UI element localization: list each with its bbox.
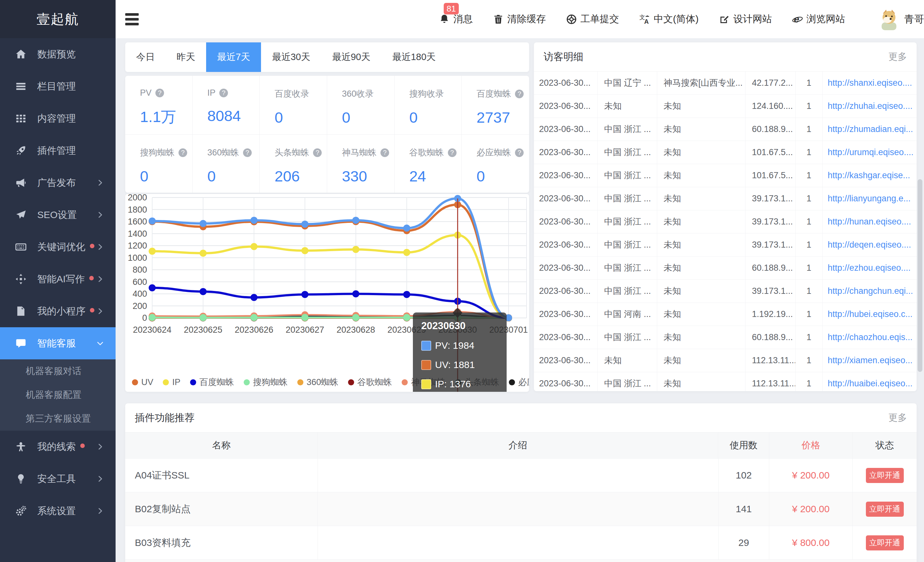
table-row-partial [125,559,916,562]
plugin-desc [318,526,718,559]
activate-button[interactable]: 立即开通 [866,502,904,517]
gear-icon [15,505,27,517]
visitor-row-11: 2023-06-30...中国 浙江 ...未知60.188.9...1http… [534,326,916,349]
avatar [879,8,899,30]
stat-value: 8084 [207,107,260,125]
help-icon[interactable]: ? [515,148,524,157]
topbar-item-0[interactable]: 消息 81 [439,12,472,26]
legend-item-谷歌蜘蛛[interactable]: 谷歌蜘蛛 [348,376,392,388]
topbar-item-2[interactable]: 工单提交 [566,12,619,26]
sidebar-item-7[interactable]: 智能AI写作 [0,263,116,295]
visited-url[interactable]: http://lianyungang.e... [822,187,916,210]
user-menu[interactable]: 青哥 [879,8,924,30]
visited-url[interactable]: http://urumqi.eqiseo.... [822,141,916,164]
visit-time: 2023-06-30... [534,95,598,117]
visited-url[interactable]: http://hubei.eqiseo.c... [822,303,916,326]
move-icon [15,273,27,285]
sidebar-item-4[interactable]: 广告发布 [0,167,116,199]
visitor-row-12: 2023-06-30...未知未知112.13.11...1http://xia… [534,349,916,372]
visit-count: 1 [796,349,822,372]
visited-url[interactable]: http://zhumadian.eqi... [822,118,916,141]
sidebar-item-0[interactable]: 数据预览 [0,38,116,70]
visitor-ip: 39.173.1... [746,187,796,210]
sidebar-item-6[interactable]: 关键词优化 [0,231,116,263]
help-icon[interactable]: ? [448,148,456,157]
visited-url[interactable]: http://shanxi.eqiseo.... [822,72,916,95]
tab-昨天[interactable]: 昨天 [166,42,206,72]
visitor-region: 中国 浙江 ... [598,210,657,233]
stat-value: 0 [410,108,462,126]
plugins-col-使用数: 使用数 [718,433,769,458]
page-scrollbar[interactable] [918,179,922,372]
sidebar-item-3[interactable]: 插件管理 [0,135,116,167]
help-icon[interactable]: ? [515,90,524,98]
svg-text:e: e [794,14,800,24]
visitor-row-1: 2023-06-30...未知未知124.160....1http://zhuh… [534,95,916,117]
visitor-source: 未知 [657,257,746,279]
legend-item-IP[interactable]: IP [163,377,180,387]
topbar-item-4[interactable]: 设计网站 [718,12,772,26]
help-icon[interactable]: ? [155,89,164,97]
sidebar-submenu: 机器客服对话机器客服配置第三方客服设置 [0,359,116,431]
help-icon[interactable]: ? [243,148,252,157]
help-icon[interactable]: ? [313,148,322,157]
tab-今日[interactable]: 今日 [125,42,166,72]
visitor-source: 未知 [657,210,746,233]
sidebar-item-5[interactable]: SEO设置 [0,199,116,231]
legend-item-搜狗蜘蛛[interactable]: 搜狗蜘蛛 [244,376,288,388]
sidebar-nav: 数据预览 栏目管理 内容管理 插件管理 广告发布 SEO设置 关键词优化 智能A… [0,38,116,527]
topbar-item-1[interactable]: 清除缓存 [492,12,546,26]
visited-url[interactable]: http://chaozhou.eqis... [822,326,916,349]
visitor-ip: 60.188.9... [746,326,796,349]
visited-url[interactable]: http://zhuhai.eqiseo.... [822,95,916,117]
visited-url[interactable]: http://ezhou.eqiseo.... [822,257,916,279]
submenu-item-0[interactable]: 机器客服对话 [0,359,116,383]
visited-url[interactable]: http://deqen.eqiseo.... [822,233,916,256]
visited-url[interactable]: http://changchun.eqi... [822,280,916,302]
sidebar-item-8[interactable]: 我的小程序 [0,295,116,327]
legend-item-必应蜘蛛[interactable]: 必应蜘蛛 [509,376,529,388]
megaphone-icon [15,177,27,189]
svg-text:1600: 1600 [128,217,147,226]
plugins-more-link[interactable]: 更多 [888,412,907,424]
help-icon[interactable]: ? [219,89,228,97]
tab-最近7天[interactable]: 最近7天 [206,42,261,72]
submenu-item-2[interactable]: 第三方客服设置 [0,407,116,431]
visitor-region: 中国 浙江 ... [598,257,657,279]
activate-button[interactable]: 立即开通 [866,535,904,550]
tab-最近90天[interactable]: 最近90天 [321,42,381,72]
tab-最近180天[interactable]: 最近180天 [381,42,447,72]
visited-url[interactable]: http://xiamen.eqiseo... [822,349,916,372]
submenu-item-1[interactable]: 机器客服配置 [0,383,116,407]
sidebar-item-label: 智能客服 [37,337,76,350]
visited-url[interactable]: http://kashgar.eqise... [822,164,916,187]
legend-item-百度蜘蛛[interactable]: 百度蜘蛛 [190,376,234,388]
sidebar-item-label: 内容管理 [37,112,76,125]
visitors-more-link[interactable]: 更多 [888,50,907,63]
sidebar-item-11[interactable]: 安全工具 [0,463,116,495]
visitor-region: 中国 辽宁 ... [598,72,657,95]
visitor-ip: 112.13.11... [746,349,796,372]
sidebar-item-10[interactable]: 我的线索 [0,431,116,463]
sidebar-item-2[interactable]: 内容管理 [0,102,116,135]
stat-value: 0 [342,108,394,126]
topbar-item-5[interactable]: e 浏览网站 [792,12,845,26]
hamburger-menu-icon[interactable] [125,13,139,26]
tab-最近30天[interactable]: 最近30天 [261,42,321,72]
legend-item-360蜘蛛[interactable]: 360蜘蛛 [297,376,338,388]
help-icon[interactable]: ? [381,148,389,157]
visitor-ip: 39.173.1... [746,233,796,256]
app-logo: 壹起航 [0,0,116,38]
activate-button[interactable]: 立即开通 [866,468,904,483]
topbar-item-3[interactable]: 文A 中文(简体) [639,12,699,26]
visited-url[interactable]: http://huaibei.eqiseo... [822,372,916,391]
visitor-ip: 112.13.11... [746,372,796,391]
legend-item-UV[interactable]: UV [132,377,153,387]
sidebar-item-1[interactable]: 栏目管理 [0,70,116,102]
sidebar-item-12[interactable]: 系统设置 [0,495,116,527]
visited-url[interactable]: http://hunan.eqiseo.... [822,210,916,233]
visitor-source: 未知 [657,372,746,391]
sidebar-item-9[interactable]: 智能客服 [0,327,116,359]
help-icon[interactable]: ? [178,148,187,157]
visit-time: 2023-06-30... [534,233,598,256]
